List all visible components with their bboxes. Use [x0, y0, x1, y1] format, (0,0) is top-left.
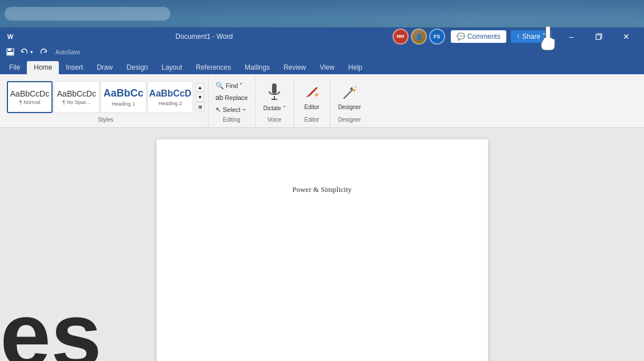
- style-items-list: AaBbCcDc ¶ Normal AaBbCcDc ¶ No Spac... …: [7, 81, 193, 113]
- editing-buttons: 🔍 Find ˅ ab Replace ↖ Select ~: [212, 79, 251, 115]
- editing-group-label: Editing: [212, 115, 251, 125]
- redo-icon: [39, 47, 48, 57]
- undo-arrow: ▾: [30, 49, 33, 55]
- styles-group: AaBbCcDc ¶ Normal AaBbCcDc ¶ No Spac... …: [3, 77, 209, 127]
- svg-rect-2: [8, 49, 11, 51]
- tab-references[interactable]: References: [189, 61, 238, 74]
- designer-group-label: Designer: [334, 115, 366, 125]
- dictate-button[interactable]: Dictate ˅: [259, 80, 290, 114]
- style-h1-label: Heading 1: [111, 101, 135, 107]
- comments-button[interactable]: 💬 Comments: [451, 30, 506, 43]
- autosave-area: AutoSave: [55, 49, 80, 55]
- find-button[interactable]: 🔍 Find ˅: [212, 80, 251, 91]
- undo-icon: [20, 47, 29, 57]
- title-bar-title: Document1 - Word: [16, 33, 393, 41]
- voice-group-content: Dictate ˅: [259, 77, 290, 115]
- avatar-fs[interactable]: FS: [429, 29, 445, 45]
- designer-button[interactable]: Designer: [334, 80, 366, 114]
- autosave-label: AutoSave: [55, 49, 80, 55]
- restore-button[interactable]: [586, 27, 612, 46]
- tab-help[interactable]: Help: [341, 61, 369, 74]
- search-bar[interactable]: [5, 7, 170, 21]
- svg-rect-4: [272, 83, 277, 94]
- svg-rect-3: [7, 52, 13, 55]
- doc-content-line1[interactable]: Power & Simplicity: [198, 185, 447, 194]
- avatar-photo[interactable]: 👤: [411, 29, 427, 45]
- tab-home[interactable]: Home: [27, 61, 59, 74]
- designer-label: Designer: [338, 104, 361, 110]
- title-bar-right: MM 👤 FS 💬 Comments ↑ Share ˅ –: [393, 27, 639, 46]
- close-button[interactable]: ✕: [613, 27, 639, 46]
- save-icon: [6, 48, 14, 56]
- editor-button[interactable]: Editor: [298, 80, 326, 114]
- replace-button[interactable]: ab Replace: [212, 92, 251, 103]
- share-icon: ↑: [517, 33, 520, 41]
- qa-undo-btn[interactable]: ▾: [18, 47, 35, 57]
- editor-group-label: Editor: [298, 115, 326, 125]
- editor-label: Editor: [305, 104, 319, 110]
- tab-layout[interactable]: Layout: [155, 61, 189, 74]
- avatar-mm[interactable]: MM: [393, 29, 409, 45]
- microphone-icon: [267, 83, 281, 104]
- styles-group-label: Styles: [7, 115, 205, 125]
- svg-rect-0: [596, 35, 601, 39]
- gallery-expand[interactable]: ⊞: [195, 102, 205, 111]
- styles-gallery: AaBbCcDc ¶ Normal AaBbCcDc ¶ No Spac... …: [7, 81, 205, 113]
- word-window: W Document1 - Word MM 👤 FS 💬 Comments: [0, 27, 644, 361]
- tab-design[interactable]: Design: [119, 61, 154, 74]
- document-page[interactable]: Power & Simplicity: [157, 139, 488, 361]
- style-normal-label: ¶ Normal: [19, 99, 40, 105]
- tab-view[interactable]: View: [313, 61, 342, 74]
- quick-access-toolbar: ▾ AutoSave: [0, 46, 644, 58]
- minimize-button[interactable]: –: [558, 27, 585, 46]
- share-button[interactable]: ↑ Share ˅: [511, 30, 551, 43]
- svg-marker-8: [350, 87, 353, 90]
- word-icon: W: [5, 31, 16, 42]
- style-h2-label: Heading 2: [158, 101, 182, 106]
- tab-review[interactable]: Review: [277, 61, 313, 74]
- qa-redo-btn[interactable]: [37, 47, 50, 57]
- designer-icon: [342, 85, 358, 103]
- tab-insert[interactable]: Insert: [59, 61, 90, 74]
- styles-group-content: AaBbCcDc ¶ Normal AaBbCcDc ¶ No Spac... …: [7, 77, 205, 115]
- taskbar-area: [0, 0, 644, 27]
- style-normal-text: AaBbCcDc: [10, 89, 49, 99]
- editor-group: Editor Editor: [294, 77, 330, 127]
- user-avatars: MM 👤 FS: [393, 29, 445, 45]
- tab-draw[interactable]: Draw: [90, 61, 119, 74]
- editing-group: 🔍 Find ˅ ab Replace ↖ Select ~ Editi: [209, 77, 255, 127]
- style-heading2[interactable]: AaBbCcD Heading 2: [147, 81, 193, 113]
- editing-group-content: 🔍 Find ˅ ab Replace ↖ Select ~: [212, 77, 251, 115]
- ribbon-content: AaBbCcDc ¶ Normal AaBbCcDc ¶ No Spac... …: [0, 74, 644, 127]
- qa-save-btn[interactable]: [5, 47, 16, 57]
- document-area[interactable]: Power & Simplicity: [0, 128, 644, 361]
- designer-group: Designer Designer: [330, 77, 369, 127]
- comments-icon: 💬: [457, 33, 465, 41]
- style-normal[interactable]: AaBbCcDc ¶ Normal: [7, 81, 53, 113]
- style-h1-text: AaBbCc: [103, 87, 143, 100]
- tab-file[interactable]: File: [2, 61, 27, 74]
- gallery-scroll-up[interactable]: ▲: [195, 83, 205, 92]
- title-bar: W Document1 - Word MM 👤 FS 💬 Comments: [0, 27, 644, 46]
- style-nospace-label: ¶ No Spac...: [62, 99, 90, 105]
- svg-line-7: [344, 90, 352, 98]
- editor-icon: [304, 85, 320, 103]
- ribbon: File Home Insert Draw Design Layout Refe…: [0, 58, 644, 128]
- voice-group-label: Voice: [259, 115, 290, 125]
- find-icon: 🔍: [215, 82, 224, 90]
- style-nospace[interactable]: AaBbCcDc ¶ No Spac...: [54, 81, 99, 113]
- designer-group-content: Designer: [334, 77, 366, 115]
- replace-icon: ab: [215, 94, 223, 102]
- gallery-scroll: ▲ ▼ ⊞: [195, 83, 205, 111]
- style-nospace-text: AaBbCcDc: [57, 89, 96, 99]
- title-bar-left: W: [5, 31, 16, 42]
- voice-group: Dictate ˅ Voice: [255, 77, 294, 127]
- editor-group-content: Editor: [298, 77, 326, 115]
- dictate-label: Dictate ˅: [263, 105, 286, 111]
- restore-icon: [595, 33, 602, 40]
- select-button[interactable]: ↖ Select ~: [212, 104, 251, 115]
- select-icon: ↖: [215, 106, 221, 114]
- gallery-scroll-down[interactable]: ▼: [195, 93, 205, 102]
- tab-mailings[interactable]: Mailings: [238, 61, 277, 74]
- style-heading1[interactable]: AaBbCc Heading 1: [101, 81, 146, 113]
